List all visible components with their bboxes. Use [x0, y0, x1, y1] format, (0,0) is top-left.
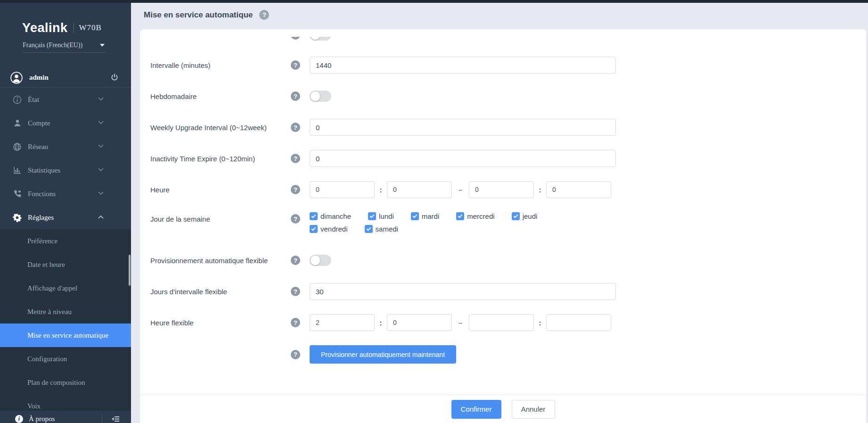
field-help-icon[interactable]: ? — [291, 185, 300, 194]
check-mark — [458, 213, 463, 218]
sidebar: Yealink W70B Français (French(EU)) admin… — [0, 3, 131, 423]
checkbox-icon — [456, 212, 464, 220]
checkbox-vendredi[interactable]: vendredi — [310, 225, 348, 233]
heure-flexible-time-input-3[interactable] — [469, 314, 534, 331]
page-title: Mise en service automatique — [144, 10, 253, 20]
sidebar-item-label: Statistiques — [28, 166, 60, 174]
intervalle-minutes-input[interactable] — [310, 57, 616, 74]
inactivity-time-expire-0-120min-input[interactable] — [310, 150, 616, 167]
caret-down-icon — [100, 44, 105, 47]
toggle-switch[interactable] — [310, 37, 331, 41]
chart-icon — [13, 166, 22, 175]
form-row: Jours d'intervalle flexible? — [150, 283, 866, 300]
field-help-icon[interactable]: ? — [291, 350, 300, 359]
field-help-icon[interactable]: ? — [291, 256, 300, 265]
field-control — [310, 283, 616, 300]
heure-flexible-time-input-1[interactable] — [310, 314, 375, 331]
sidebar-item-compte[interactable]: Compte — [0, 111, 131, 135]
sidebar-subitem-mise-en-service-automatique[interactable]: Mise en service automatique — [0, 323, 131, 347]
field-help-icon[interactable]: ? — [291, 37, 300, 40]
field-help-icon[interactable]: ? — [291, 318, 300, 327]
sidebar-subitem-date-et-heure[interactable]: Date et heure — [0, 253, 131, 276]
weekday-checkbox-group: dimanchelundimardimercredijeudivendredis… — [310, 212, 583, 233]
user-icon — [13, 119, 22, 128]
yealink-logo: Yealink — [22, 21, 68, 35]
confirm-button[interactable]: Confirmer — [451, 400, 501, 419]
sidebar-subitem-mettre-niveau[interactable]: Mettre à niveau — [0, 300, 131, 323]
info-icon — [13, 95, 22, 104]
field-label: Inactivity Time Expire (0~120min) — [150, 155, 291, 163]
sidebar-subitem-plan-de-composition[interactable]: Plan de composition — [0, 371, 131, 394]
toggle-switch[interactable] — [310, 91, 331, 102]
weekly-upgrade-interval-0-12week-input[interactable] — [310, 119, 616, 136]
jours-d-intervalle-flexible-input[interactable] — [310, 283, 616, 300]
checkbox-label: samedi — [376, 225, 398, 233]
time-separator: -- — [452, 320, 469, 325]
check-mark — [370, 213, 375, 218]
sidebar-item-etat[interactable]: État — [0, 88, 131, 111]
sidebar-subitem-configuration[interactable]: Configuration — [0, 347, 131, 371]
form-row: Jour de la semaine?dimanchelundimardimer… — [150, 212, 866, 233]
sidebar-item-label: Compte — [28, 119, 50, 127]
field-control: :--: — [310, 181, 611, 198]
checkbox-jeudi[interactable]: jeudi — [512, 212, 538, 220]
checkbox-mercredi[interactable]: mercredi — [456, 212, 494, 220]
field-help-icon[interactable]: ? — [291, 123, 300, 132]
sidebar-scrollbar[interactable] — [129, 255, 131, 286]
about-link[interactable]: À propos — [29, 415, 55, 423]
sidebar-item-reglages[interactable]: Réglages — [0, 206, 131, 229]
cancel-button[interactable]: Annuler — [512, 400, 555, 419]
checkbox-icon — [310, 225, 318, 233]
form-row: Intervalle (minutes)? — [150, 57, 866, 74]
form-scroll-area: ?Intervalle (minutes)?Hebdomadaire?Weekl… — [140, 37, 866, 395]
settings-submenu: PréférenceDate et heureAffichage d'appel… — [0, 229, 131, 418]
checkbox-samedi[interactable]: samedi — [365, 225, 398, 233]
field-help-icon[interactable]: ? — [291, 214, 300, 224]
field-control — [310, 57, 616, 74]
form-row: Provisionnement automatique flexible? — [150, 252, 866, 269]
sidebar-item-reseau[interactable]: Réseau — [0, 135, 131, 158]
field-help-icon[interactable]: ? — [291, 91, 300, 101]
provision-now-button[interactable]: Provisionner automatiquement maintenant — [310, 345, 456, 364]
checkbox-label: jeudi — [523, 212, 538, 220]
field-help-icon[interactable]: ? — [291, 287, 300, 296]
toggle-switch[interactable] — [310, 255, 331, 266]
power-icon[interactable] — [110, 73, 119, 82]
sidebar-subitem-pr-f-rence[interactable]: Préférence — [0, 229, 131, 253]
chevron-up-icon — [98, 215, 104, 219]
page-help-icon[interactable]: ? — [259, 10, 269, 20]
sidebar-item-fonctions[interactable]: Fonctions — [0, 182, 131, 206]
form-row: Hebdomadaire? — [150, 88, 866, 105]
chevron-down-icon — [98, 191, 104, 195]
collapse-sidebar-icon[interactable] — [111, 416, 120, 422]
chevron-down-icon — [98, 121, 104, 124]
username: admin — [29, 74, 49, 82]
field-control: dimanchelundimardimercredijeudivendredis… — [310, 212, 583, 233]
checkbox-mardi[interactable]: mardi — [411, 212, 440, 220]
chevron-down-icon — [98, 144, 104, 148]
sidebar-item-label: Réglages — [28, 214, 54, 222]
phone-icon — [13, 190, 22, 199]
heure-flexible-time-input-2[interactable] — [387, 314, 452, 331]
sidebar-subitem-affichage-d-appel[interactable]: Affichage d'appel — [0, 276, 131, 300]
checkbox-lundi[interactable]: lundi — [368, 212, 394, 220]
heure-time-input-2[interactable] — [387, 181, 452, 198]
field-control — [310, 37, 331, 41]
form-row: Heure?:--: — [150, 181, 866, 198]
heure-time-input-3[interactable] — [469, 181, 534, 198]
about-info-icon: i — [15, 415, 23, 423]
heure-time-input-1[interactable] — [310, 181, 375, 198]
card-footer: Confirmer Annuler — [140, 395, 866, 423]
field-control — [310, 255, 331, 266]
field-control: Provisionner automatiquement maintenant — [310, 345, 456, 364]
field-label: Heure — [150, 186, 291, 194]
form-row: ?Provisionner automatiquement maintenant — [150, 345, 866, 364]
gear-icon — [13, 213, 22, 222]
field-help-icon[interactable]: ? — [291, 154, 300, 163]
heure-time-input-4[interactable] — [546, 181, 611, 198]
heure-flexible-time-input-4[interactable] — [546, 314, 611, 331]
field-help-icon[interactable]: ? — [291, 60, 300, 70]
language-select[interactable]: Français (French(EU)) — [23, 41, 106, 53]
checkbox-dimanche[interactable]: dimanche — [310, 212, 351, 220]
sidebar-item-statistiques[interactable]: Statistiques — [0, 158, 131, 182]
